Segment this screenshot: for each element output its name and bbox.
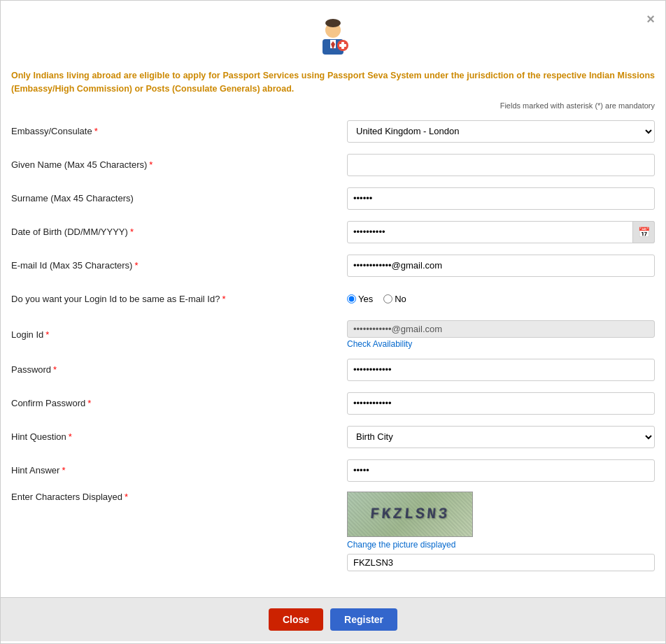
hint-answer-input[interactable] — [347, 459, 655, 482]
captcha-input[interactable] — [347, 554, 655, 571]
confirm-password-label: Confirm Password* — [11, 398, 347, 408]
login-id-wrapper: Check Availability — [347, 320, 655, 349]
email-label: E-mail Id (Max 35 Characters)* — [11, 260, 347, 271]
login-same-email-options: Yes No — [347, 294, 406, 304]
avatar-icon — [312, 15, 354, 57]
given-name-input[interactable] — [347, 154, 655, 176]
confirm-password-input[interactable] — [347, 392, 655, 415]
email-row: E-mail Id (Max 35 Characters)* — [11, 253, 655, 278]
no-radio-label[interactable]: No — [383, 294, 406, 304]
email-input[interactable] — [347, 255, 655, 277]
captcha-row: Enter Characters Displayed* FKZLSN3 Chan… — [11, 492, 655, 571]
modal-header: × — [1, 1, 665, 64]
dob-input[interactable] — [347, 221, 655, 243]
avatar — [312, 15, 354, 57]
captcha-display-text: FKZLSN3 — [369, 506, 451, 523]
login-id-row: Login Id* Check Availability — [11, 320, 655, 349]
given-name-row: Given Name (Max 45 Characters)* — [11, 152, 655, 178]
embassy-label: Embassy/Consulate* — [11, 126, 347, 136]
close-button[interactable]: Close — [269, 608, 323, 631]
captcha-section: FKZLSN3 Change the picture displayed — [347, 492, 655, 571]
svg-rect-7 — [339, 44, 346, 47]
login-id-label: Login Id* — [11, 329, 347, 340]
change-picture-link[interactable]: Change the picture displayed — [347, 540, 655, 550]
hint-question-select[interactable]: Birth City Mother's Maiden Name Name of … — [347, 426, 655, 448]
hint-answer-label: Hint Answer* — [11, 465, 347, 475]
mandatory-note: Fields marked with asterisk (*) are mand… — [1, 101, 665, 115]
calendar-icon[interactable]: 📅 — [632, 221, 655, 243]
embassy-row: Embassy/Consulate* United Kingdom - Lond… — [11, 119, 655, 144]
yes-radio-label[interactable]: Yes — [347, 294, 373, 304]
check-availability-link[interactable]: Check Availability — [347, 339, 655, 349]
form-body: Embassy/Consulate* United Kingdom - Lond… — [1, 115, 665, 590]
password-label: Password* — [11, 364, 347, 375]
confirm-password-row: Confirm Password* — [11, 391, 655, 416]
captcha-label: Enter Characters Displayed* — [11, 492, 347, 502]
no-radio[interactable] — [383, 294, 392, 303]
notice-text: Only Indians living abroad are eligible … — [1, 64, 665, 101]
given-name-label: Given Name (Max 45 Characters)* — [11, 159, 347, 170]
svg-point-4 — [325, 19, 341, 27]
surname-label: Surname (Max 45 Characters) — [11, 193, 347, 203]
yes-radio[interactable] — [347, 294, 356, 303]
surname-row: Surname (Max 45 Characters) — [11, 186, 655, 211]
modal-container: × Only Indians living abroad are eligibl… — [0, 0, 666, 644]
hint-answer-row: Hint Answer* — [11, 458, 655, 483]
hint-question-row: Hint Question* Birth City Mother's Maide… — [11, 424, 655, 450]
close-icon[interactable]: × — [646, 11, 655, 27]
dob-wrapper: 📅 — [347, 221, 655, 243]
hint-question-label: Hint Question* — [11, 431, 347, 442]
login-same-email-row: Do you want your Login Id to be same as … — [11, 287, 655, 312]
password-row: Password* — [11, 357, 655, 382]
login-id-input[interactable] — [347, 320, 655, 338]
embassy-select[interactable]: United Kingdom - London United States - … — [347, 120, 655, 143]
register-button[interactable]: Register — [330, 608, 397, 631]
surname-input[interactable] — [347, 187, 655, 210]
dob-label: Date of Birth (DD/MM/YYYY)* — [11, 227, 347, 237]
login-same-email-label: Do you want your Login Id to be same as … — [11, 294, 347, 304]
captcha-image: FKZLSN3 — [347, 492, 473, 537]
footer-buttons: Close Register — [1, 597, 665, 641]
dob-row: Date of Birth (DD/MM/YYYY)* 📅 — [11, 220, 655, 245]
password-input[interactable] — [347, 359, 655, 381]
